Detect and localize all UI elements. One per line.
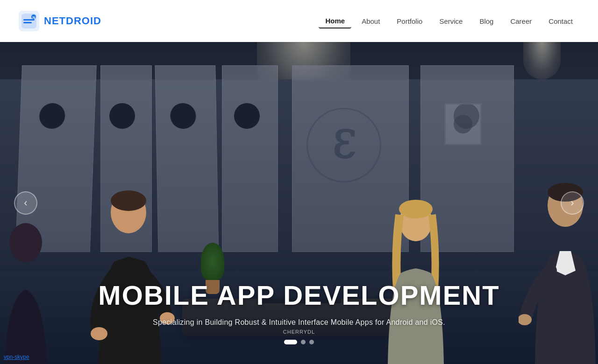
svg-point-6 [9,223,42,262]
nav-contact[interactable]: Contact [542,14,579,28]
svg-point-9 [91,327,107,340]
prev-arrow-icon: ‹ [24,197,27,209]
person-silhouette-2 [84,187,178,364]
nav-home[interactable]: Home [319,14,351,28]
nav-blog[interactable]: Blog [473,14,500,28]
svg-point-12 [399,200,433,218]
hero-section: Ɛ CHERRYDL [0,42,598,364]
hero-title: MOBILE APP DEVELOPMENT [89,280,509,311]
slide-dot-3[interactable] [309,340,314,344]
nav-service[interactable]: Service [433,14,469,28]
hero-subtitle: Specializing in Building Robust & Intuit… [89,318,509,327]
svg-text:N: N [33,15,36,20]
table-label: CHERRYDL [283,329,315,335]
header: N NETDROID Home About Portfolio Service … [0,0,598,42]
slide-dot-2[interactable] [301,340,306,344]
main-nav: Home About Portfolio Service Blog Career… [319,14,579,28]
logo-icon: N [19,11,39,31]
svg-point-8 [111,190,146,211]
next-slide-button[interactable]: › [561,191,584,215]
nav-career[interactable]: Career [504,14,538,28]
hero-content: MOBILE APP DEVELOPMENT Specializing in B… [89,280,509,327]
nav-about[interactable]: About [355,14,386,28]
logo-area[interactable]: N NETDROID [19,11,101,31]
person-silhouette-1 [0,215,54,364]
nav-portfolio[interactable]: Portfolio [390,14,429,28]
slide-dot-1[interactable] [284,340,297,344]
vpn-skype-link[interactable]: vpn-skype [4,354,29,360]
svg-rect-3 [23,22,32,23]
next-arrow-icon: › [570,197,574,209]
slider-dots [284,340,314,344]
prev-slide-button[interactable]: ‹ [14,191,37,215]
logo-text: NETDROID [44,15,101,27]
person-silhouette-4 [519,177,598,364]
